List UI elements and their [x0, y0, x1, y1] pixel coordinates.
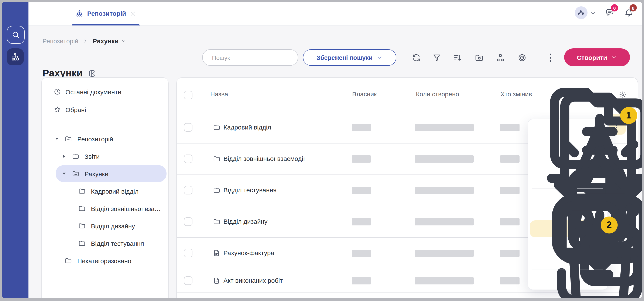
row-checkbox[interactable] — [184, 155, 192, 163]
toolbar-divider — [539, 50, 539, 65]
context-menu: Нова папкаНовий документПереіменуватиНал… — [528, 119, 608, 290]
column-header[interactable]: Власник — [352, 90, 377, 98]
row-name: Кадровий відділ — [224, 124, 271, 131]
shortcut-item[interactable]: Останні документи — [42, 85, 166, 98]
search-input[interactable] — [211, 54, 290, 61]
workspace-avatar[interactable] — [575, 6, 588, 19]
row-name: Акт виконаних робіт — [224, 277, 283, 284]
tree-item[interactable]: Відділ дизайну — [42, 220, 166, 232]
sidebar-item-repository[interactable] — [7, 48, 24, 65]
folder-icon — [213, 186, 220, 194]
workspace-chevron-down-icon[interactable] — [590, 10, 596, 16]
column-header[interactable]: Назва — [210, 90, 228, 98]
folder-scan-icon[interactable] — [473, 52, 485, 64]
cell-placeholder — [352, 187, 371, 194]
tree-item-label: Рахунки — [84, 170, 108, 177]
watch-icon — [518, 53, 527, 62]
breadcrumb-chevron-down-icon[interactable] — [121, 38, 126, 43]
row-checkbox[interactable] — [184, 276, 192, 285]
tree-item[interactable]: Звіти — [42, 150, 166, 163]
saved-searches-button[interactable]: Збережені пошуки — [303, 49, 396, 66]
column-header[interactable]: Коли створено — [416, 90, 459, 98]
cell-placeholder — [414, 187, 474, 194]
tree-item[interactable]: Відділ зовнішньої вза… — [42, 202, 166, 215]
shortcut-label: Обрані — [66, 106, 86, 113]
workflow-icon — [577, 9, 585, 16]
folder-tree-panel: Останні документиОбрані РепозиторійЗвіти… — [41, 77, 169, 298]
tree-item-label: Відділ зовнішньої вза… — [91, 205, 161, 212]
folder-icon — [72, 152, 80, 160]
select-all-checkbox[interactable] — [184, 91, 192, 99]
document-icon — [213, 277, 220, 284]
filter-icon[interactable] — [431, 52, 443, 64]
topbar: Репозиторій 0 8 — [28, 2, 642, 25]
panel-divider — [42, 124, 168, 124]
structure-icon — [496, 53, 505, 62]
row-name: Відділ зовнішньої взаємодії — [224, 155, 305, 162]
breadcrumb-parent[interactable]: Репозиторій — [42, 37, 78, 44]
folder-icon — [78, 240, 86, 247]
sort-desc-icon[interactable] — [452, 52, 464, 64]
caret-down-icon[interactable] — [54, 136, 60, 141]
cell-placeholder — [500, 218, 520, 225]
breadcrumb-current[interactable]: Рахунки — [93, 37, 126, 44]
tree-item[interactable]: Кадровий відділ — [42, 185, 166, 197]
tree-item-label: Звіти — [84, 153, 100, 160]
search-icon — [12, 30, 20, 39]
notifications-badge: 8 — [630, 4, 637, 11]
folder-icon — [64, 135, 72, 143]
app-sidebar — [2, 2, 28, 298]
row-name: Рахунок-фактура — [224, 249, 274, 257]
sort-desc-icon — [453, 53, 462, 62]
tree-item-label: Кадровий відділ — [91, 187, 139, 195]
tree-item-label: Відділ дизайну — [91, 222, 135, 230]
folder-icon — [78, 187, 86, 195]
row-checkbox[interactable] — [184, 123, 192, 132]
shortcut-item[interactable]: Обрані — [42, 103, 166, 116]
row-checkbox[interactable] — [184, 186, 192, 194]
cell-placeholder — [500, 277, 520, 284]
cell-placeholder — [352, 277, 371, 284]
cell-placeholder — [500, 155, 520, 163]
caret-right-icon[interactable] — [62, 154, 67, 159]
caret-down-icon[interactable] — [62, 171, 67, 176]
refresh-icon[interactable] — [410, 52, 422, 64]
cell-placeholder — [352, 218, 371, 225]
menu-item[interactable]: Видалити — [530, 273, 605, 287]
row-checkbox[interactable] — [184, 249, 192, 257]
watch-icon[interactable] — [516, 52, 528, 64]
app-window: Репозиторій 0 8 Репозиторій Рахунки Рах — [0, 0, 644, 301]
annotation-step-2: 2 — [601, 217, 618, 234]
annotation-step-1: 1 — [620, 107, 637, 124]
tree-item[interactable]: Некатегоризовано — [42, 254, 166, 267]
tree-item-selected[interactable]: Рахунки — [42, 167, 166, 180]
clock-icon — [54, 88, 61, 95]
folder-icon — [213, 155, 220, 163]
trash-icon — [536, 216, 642, 298]
collapse-panel-icon[interactable] — [88, 69, 96, 77]
app-screen: Репозиторій 0 8 Репозиторій Рахунки Рах — [2, 2, 642, 298]
folder-icon — [78, 205, 86, 212]
tree-item[interactable]: Відділ тестування — [42, 237, 166, 250]
star-icon — [54, 106, 61, 113]
tab-close-icon[interactable] — [130, 10, 136, 16]
tab-repository[interactable]: Репозиторій — [72, 2, 140, 25]
column-header[interactable]: Хто змінив — [500, 90, 532, 98]
sidebar-search-button[interactable] — [7, 26, 25, 44]
cell-placeholder — [352, 250, 371, 257]
repository-icon — [10, 52, 20, 61]
row-checkbox[interactable] — [184, 217, 192, 226]
tree-item[interactable]: Репозиторій — [42, 132, 166, 145]
breadcrumb-separator-icon — [83, 38, 88, 43]
structure-icon[interactable] — [494, 52, 506, 64]
tab-label: Репозиторій — [87, 10, 126, 17]
tree-item-label: Репозиторій — [77, 135, 113, 142]
more-actions-icon[interactable] — [544, 52, 556, 64]
folder-icon — [213, 218, 220, 225]
active-tab-underline — [72, 24, 140, 25]
chevron-down-icon — [377, 54, 383, 60]
cell-placeholder — [414, 155, 474, 163]
search-box[interactable] — [202, 49, 298, 66]
cell-placeholder — [500, 124, 520, 131]
repository-icon — [76, 9, 83, 17]
